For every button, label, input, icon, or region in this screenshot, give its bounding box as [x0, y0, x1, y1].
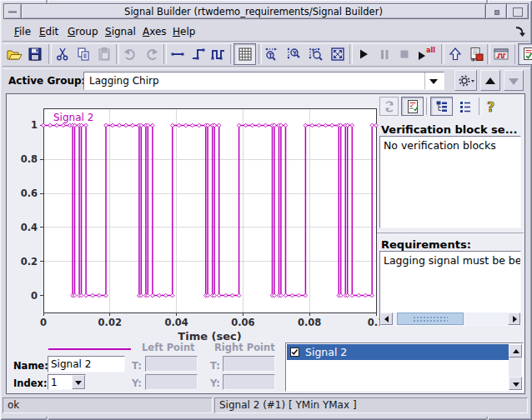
list-view-button[interactable] — [455, 97, 475, 116]
scroll-down-button[interactable] — [509, 377, 522, 390]
menu-group[interactable]: Group — [68, 26, 98, 38]
send-to-model-button[interactable] — [465, 43, 486, 65]
svg-text:0.04: 0.04 — [164, 317, 188, 328]
report-icon — [405, 99, 420, 114]
step-signal-button[interactable] — [188, 43, 208, 65]
pause-button[interactable] — [374, 43, 394, 65]
active-group-combo[interactable]: Lagging Chirp — [83, 72, 444, 90]
svg-text:?: ? — [487, 99, 494, 114]
maximize-button[interactable] — [506, 3, 529, 19]
signal-window-icon — [493, 47, 509, 62]
signal-window-button[interactable] — [490, 43, 512, 65]
verification-list[interactable]: No verification blocks — [379, 136, 521, 228]
help-button[interactable]: ? — [483, 97, 500, 116]
right-point-label: Right Point — [214, 342, 275, 353]
titlebar[interactable]: Signal Builder (rtwdemo_requirements/Sig… — [21, 3, 486, 19]
zoom-fit-button[interactable] — [327, 43, 348, 65]
zoom-fit-icon — [330, 47, 345, 62]
minimize-button[interactable] — [485, 3, 507, 19]
snap-grid-button[interactable] — [233, 43, 256, 65]
zoom-ty-button[interactable]: T — [305, 43, 326, 65]
right-t-label: T: — [210, 360, 220, 372]
zoom-y-icon: Y — [286, 47, 301, 62]
snap-grid-icon — [238, 47, 253, 62]
menu-signal[interactable]: Signal — [105, 26, 136, 38]
left-y-label: Y: — [132, 378, 142, 389]
send-to-model-icon — [469, 47, 484, 62]
scroll-up-button[interactable] — [509, 344, 522, 358]
list-item-label: Signal 2 — [305, 346, 347, 358]
line-segment-button[interactable] — [167, 43, 188, 65]
save-button[interactable] — [24, 43, 45, 65]
requirements-hscrollbar[interactable] — [380, 312, 520, 325]
zoom-y-button[interactable]: Y — [283, 43, 304, 65]
left-t-label: T: — [132, 360, 142, 372]
move-group-down-button[interactable] — [504, 70, 524, 91]
undo-icon — [123, 47, 138, 62]
play-all-icon: all — [415, 46, 437, 62]
index-combo-button[interactable] — [72, 375, 85, 389]
left-t-input[interactable] — [145, 356, 198, 372]
paste-icon — [97, 47, 112, 62]
signal-plot[interactable]: 00.020.040.060.080.100.20.40.60.81Time (… — [7, 94, 377, 342]
undock-arrow-icon[interactable] — [514, 25, 527, 38]
right-y-input[interactable] — [223, 374, 275, 390]
open-icon — [6, 47, 23, 62]
redo-icon — [144, 47, 159, 62]
move-group-up-button[interactable] — [480, 70, 500, 91]
save-icon — [28, 47, 43, 62]
line-segment-icon — [170, 47, 185, 62]
list-item[interactable]: Signal 2 — [287, 344, 509, 360]
open-button[interactable] — [3, 43, 24, 65]
index-combo[interactable]: 1 — [48, 374, 86, 390]
refresh-icon — [382, 100, 397, 113]
stop-button[interactable] — [394, 43, 414, 65]
toolbar-separator — [426, 98, 429, 115]
frame-grip — [486, 417, 489, 420]
group-options-button[interactable] — [454, 70, 477, 91]
pause-icon — [377, 47, 392, 62]
copy-button[interactable] — [73, 43, 93, 65]
play-button[interactable] — [353, 43, 374, 65]
window-title: Signal Builder (rtwdemo_requirements/Sig… — [22, 6, 485, 18]
left-point-label: Left Point — [142, 342, 195, 353]
scroll-thumb[interactable] — [397, 312, 464, 325]
up-arrow-button[interactable] — [444, 43, 465, 65]
combo-arrow-icon — [429, 79, 438, 84]
window-menu-button[interactable] — [3, 3, 22, 19]
toolbar-separator — [479, 98, 482, 115]
signal-list-vscrollbar[interactable] — [509, 344, 522, 390]
report-button[interactable] — [401, 97, 424, 116]
menu-file[interactable]: File — [14, 26, 31, 38]
left-y-input[interactable] — [145, 374, 198, 390]
undo-button — [119, 43, 140, 65]
svg-text:Signal 2: Signal 2 — [53, 112, 93, 123]
status-right: Signal 2 (#1) [ YMin YMax ] — [214, 398, 528, 413]
name-input[interactable]: Signal 2 — [48, 356, 125, 372]
copy-icon — [76, 47, 91, 62]
menu-edit[interactable]: Edit — [39, 26, 58, 38]
active-group-value: Lagging Chirp — [89, 75, 159, 87]
signal-list[interactable]: Signal 2 — [285, 342, 524, 392]
requirements-header: Requirements: — [381, 238, 471, 251]
cut-icon — [55, 47, 70, 62]
menu-help[interactable]: Help — [173, 26, 195, 38]
requirements-check-button[interactable] — [518, 43, 532, 65]
scroll-left-button[interactable] — [380, 312, 393, 325]
requirements-content: Lagging signal must be be — [384, 254, 521, 267]
right-t-input[interactable] — [223, 356, 275, 372]
active-group-label: Active Group: — [8, 75, 85, 87]
svg-text:0.2: 0.2 — [21, 256, 38, 268]
scroll-right-button[interactable] — [508, 312, 520, 325]
signal-color-indicator — [48, 348, 131, 350]
menu-axes[interactable]: Axes — [143, 26, 167, 38]
svg-text:0.4: 0.4 — [21, 222, 38, 233]
cut-button[interactable] — [52, 43, 73, 65]
index-label: Index: — [13, 378, 48, 389]
zoom-time-button[interactable]: T — [262, 43, 283, 65]
play-all-button[interactable]: all — [414, 43, 439, 65]
checkbox-checked-icon[interactable] — [290, 348, 299, 357]
pulse-signal-button[interactable] — [208, 43, 228, 65]
tree-view-button[interactable] — [430, 97, 453, 116]
svg-text:all: all — [426, 47, 435, 54]
